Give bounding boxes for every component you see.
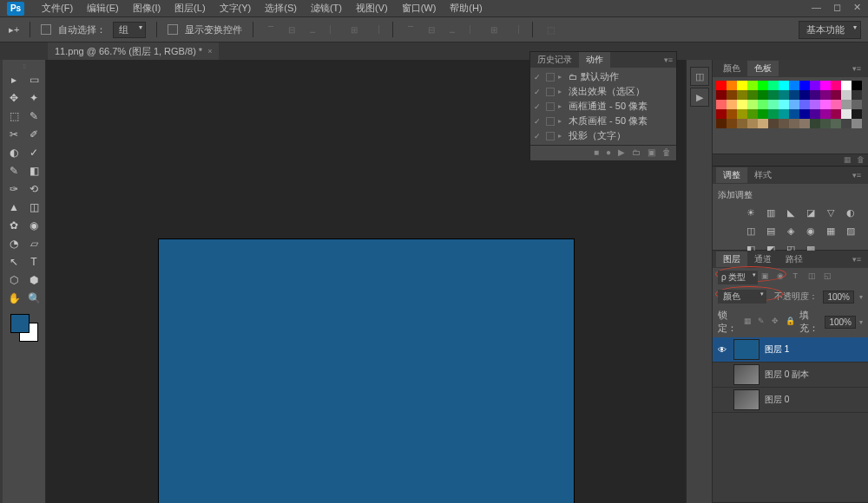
- adjustment-icon[interactable]: ▥: [764, 206, 778, 219]
- swatch[interactable]: [820, 90, 831, 100]
- check-icon[interactable]: ✓: [534, 102, 542, 111]
- layer-thumbnail[interactable]: [733, 339, 760, 360]
- align-left-icon[interactable]: ⎸: [326, 23, 340, 36]
- swatch[interactable]: [799, 109, 810, 119]
- swatch[interactable]: [841, 119, 852, 128]
- swatch[interactable]: [716, 119, 727, 128]
- folder-icon[interactable]: 🗀: [632, 147, 641, 159]
- action-row[interactable]: ✓▸淡出效果（选区）: [530, 84, 676, 99]
- adjustment-icon[interactable]: ◫: [744, 225, 758, 237]
- collapse-icon[interactable]: ▦: [844, 155, 852, 165]
- layer-thumbnail[interactable]: [733, 389, 760, 410]
- align-vcenter-icon[interactable]: ⊟: [285, 23, 299, 36]
- swatch[interactable]: [727, 81, 737, 90]
- lock-icon[interactable]: ✥: [772, 317, 782, 327]
- dialog-toggle[interactable]: [546, 102, 555, 111]
- swatch[interactable]: [841, 109, 852, 119]
- swatch[interactable]: [779, 119, 789, 128]
- menu-type[interactable]: 文字(Y): [213, 2, 259, 15]
- visibility-toggle[interactable]: [716, 394, 728, 406]
- adjustment-icon[interactable]: ◉: [804, 225, 818, 237]
- swatch[interactable]: [716, 109, 727, 119]
- swatch[interactable]: [758, 81, 768, 90]
- lock-icon[interactable]: 🔒: [786, 317, 796, 327]
- swatch[interactable]: [737, 100, 747, 109]
- tab-actions[interactable]: 动作: [579, 52, 610, 68]
- panel-menu-icon[interactable]: ▾≡: [661, 56, 676, 64]
- tool-button[interactable]: ◐: [4, 144, 23, 161]
- auto-select-checkbox[interactable]: [41, 24, 51, 35]
- adjustment-icon[interactable]: ▨: [844, 225, 858, 237]
- swatch[interactable]: [799, 119, 810, 128]
- document-tab[interactable]: 11.png @ 66.7% (图层 1, RGB/8) * ×: [48, 42, 219, 60]
- tab-channels[interactable]: 通道: [747, 252, 779, 267]
- dist-vcenter-icon[interactable]: ⊟: [424, 23, 438, 36]
- swatch[interactable]: [779, 90, 789, 100]
- layer-filter-icon[interactable]: ▣: [761, 271, 773, 284]
- expand-icon[interactable]: ▸: [558, 102, 565, 110]
- layer-row[interactable]: 图层 0: [713, 388, 868, 413]
- swatch[interactable]: [852, 81, 862, 90]
- swatch[interactable]: [789, 109, 799, 119]
- layer-filter-icon[interactable]: ◱: [824, 271, 836, 284]
- tool-button[interactable]: ✎: [24, 108, 43, 125]
- fill-input[interactable]: 100%: [825, 316, 856, 329]
- dist-top-icon[interactable]: ⎺: [404, 23, 418, 36]
- swatch[interactable]: [831, 90, 841, 100]
- swatch[interactable]: [768, 119, 779, 128]
- adjustment-icon[interactable]: ◈: [784, 225, 798, 237]
- tool-button[interactable]: ◧: [24, 162, 43, 180]
- layer-name[interactable]: 图层 0: [765, 394, 789, 406]
- menu-file[interactable]: 文件(F): [35, 2, 80, 15]
- swatch[interactable]: [779, 100, 789, 109]
- tab-history[interactable]: 历史记录: [530, 52, 579, 68]
- foreground-color[interactable]: [10, 314, 30, 333]
- swatch[interactable]: [789, 81, 799, 90]
- tool-button[interactable]: ▭: [24, 71, 43, 88]
- tool-button[interactable]: ⬚: [4, 108, 23, 125]
- swatch[interactable]: [810, 109, 820, 119]
- dist-left-icon[interactable]: ⎸: [466, 23, 480, 36]
- tool-button[interactable]: ✥: [4, 89, 23, 107]
- canvas[interactable]: [159, 239, 574, 503]
- tool-button[interactable]: ⬢: [24, 271, 43, 289]
- swatch[interactable]: [831, 109, 841, 119]
- layer-name[interactable]: 图层 1: [765, 343, 789, 356]
- swatch[interactable]: [789, 100, 799, 109]
- tab-swatches[interactable]: 色板: [747, 61, 779, 76]
- expand-icon[interactable]: ▸: [558, 73, 565, 81]
- dist-right-icon[interactable]: ⎹: [508, 23, 522, 36]
- align-top-icon[interactable]: ⎺: [264, 23, 278, 36]
- maximize-button[interactable]: ◻: [833, 2, 841, 13]
- record-icon[interactable]: ●: [606, 147, 611, 159]
- tool-button[interactable]: ✿: [4, 217, 23, 234]
- show-transform-checkbox[interactable]: [168, 24, 178, 35]
- workspace-dropdown[interactable]: 基本功能: [799, 21, 861, 39]
- align-hcenter-icon[interactable]: ⊞: [347, 23, 361, 36]
- swatch[interactable]: [852, 90, 862, 100]
- tool-button[interactable]: ↖: [4, 253, 23, 271]
- stop-icon[interactable]: ■: [594, 147, 599, 159]
- swatch[interactable]: [727, 100, 737, 109]
- menu-image[interactable]: 图像(I): [126, 2, 168, 15]
- panel-menu-icon[interactable]: ▾≡: [849, 171, 865, 180]
- swatch[interactable]: [841, 100, 852, 109]
- swatch[interactable]: [852, 109, 862, 119]
- layer-thumbnail[interactable]: [733, 364, 760, 385]
- swatch[interactable]: [820, 100, 831, 109]
- menu-view[interactable]: 视图(V): [349, 2, 395, 15]
- menu-layer[interactable]: 图层(L): [168, 2, 212, 15]
- adjustment-icon[interactable]: ◣: [784, 206, 798, 219]
- swatch[interactable]: [747, 90, 758, 100]
- tool-button[interactable]: ✐: [24, 126, 43, 143]
- layer-name[interactable]: 图层 0 副本: [765, 369, 809, 381]
- tab-color[interactable]: 颜色: [716, 61, 747, 76]
- close-button[interactable]: ✕: [853, 2, 861, 13]
- swatch[interactable]: [768, 100, 779, 109]
- swatch[interactable]: [799, 90, 810, 100]
- expand-icon[interactable]: ▸: [558, 132, 565, 140]
- tool-button[interactable]: ⬡: [4, 271, 23, 289]
- swatch[interactable]: [758, 90, 768, 100]
- swatch[interactable]: [737, 109, 747, 119]
- swatch[interactable]: [810, 81, 820, 90]
